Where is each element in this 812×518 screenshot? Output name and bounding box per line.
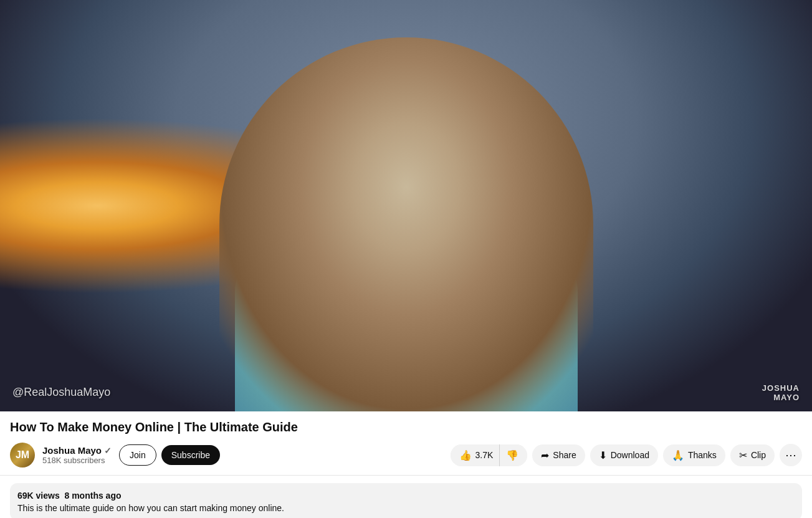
watermark-name: JOSHUA MAYO [762,383,800,402]
video-meta-row: JM Joshua Mayo ✓ 518K subscribers Join S… [10,443,802,475]
download-icon: ⬇ [599,449,607,461]
channel-avatar[interactable]: JM [10,443,35,468]
subscriber-count: 518K subscribers [42,456,112,465]
video-stats: 69K views 8 months ago [17,491,795,501]
thanks-label: Thanks [688,450,717,460]
channel-text: Joshua Mayo ✓ 518K subscribers [42,445,112,465]
dislike-button[interactable]: 👎 [499,444,527,466]
thanks-icon: 🙏 [672,449,684,461]
like-button[interactable]: 👍 3.7K [451,444,500,466]
video-thumbnail-person [219,37,593,411]
channel-info: JM Joshua Mayo ✓ 518K subscribers Join S… [10,443,220,468]
subscribe-button[interactable]: Subscribe [161,445,220,465]
like-icon: 👍 [459,449,472,461]
channel-name: Joshua Mayo ✓ [42,445,112,456]
video-description: This is the ultimate guide on how you ca… [17,503,795,513]
thanks-button[interactable]: 🙏 Thanks [663,444,725,466]
share-button[interactable]: ➦ Share [532,444,585,466]
more-icon: ⋯ [785,448,796,462]
download-button[interactable]: ⬇ Download [590,444,658,466]
verified-badge: ✓ [104,446,112,456]
video-title: How To Make Money Online | The Ultimate … [10,419,802,435]
download-label: Download [611,450,649,460]
description-section[interactable]: 69K views 8 months ago This is the ultim… [10,483,802,518]
clip-icon: ✂ [739,449,747,461]
join-button[interactable]: Join [119,444,156,466]
share-icon: ➦ [541,449,549,461]
like-dislike-group: 👍 3.7K 👎 [451,444,528,466]
video-actions: 👍 3.7K 👎 ➦ Share ⬇ Download 🙏 Thanks [451,444,802,466]
clip-button[interactable]: ✂ Clip [730,444,775,466]
dislike-icon: 👎 [506,449,518,461]
share-label: Share [553,450,576,460]
like-count: 3.7K [475,450,494,460]
more-options-button[interactable]: ⋯ [780,444,802,466]
channel-actions: Join Subscribe [119,444,220,466]
watermark-instagram: @RealJoshuaMayo [12,386,110,399]
video-player[interactable]: @RealJoshuaMayo JOSHUA MAYO [0,0,812,411]
clip-label: Clip [751,450,766,460]
video-info-section: How To Make Money Online | The Ultimate … [0,411,812,476]
